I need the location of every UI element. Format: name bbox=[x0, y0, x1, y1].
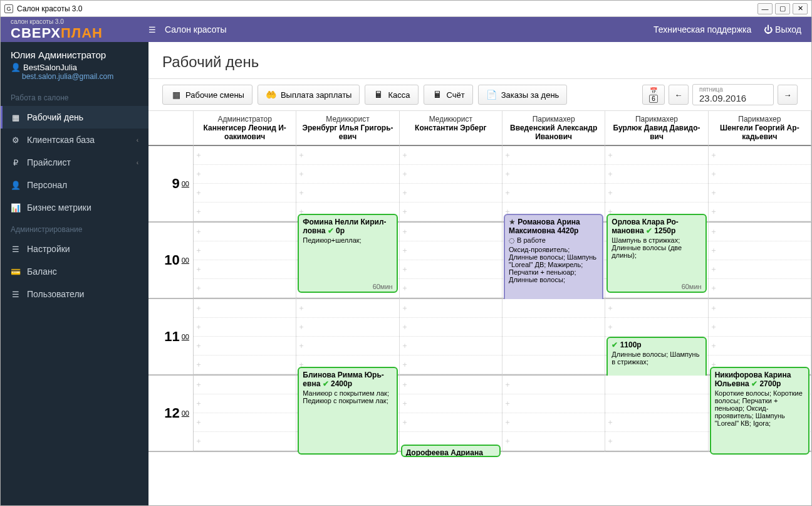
cell-9-4[interactable]: ＋＋＋＋ bbox=[605, 146, 708, 223]
cell-10-3[interactable]: ★ Романова Арина Максимовна 4420р ◌ В ра… bbox=[502, 223, 605, 299]
add-slot-icon[interactable]: ＋ bbox=[401, 187, 409, 198]
add-slot-icon[interactable]: ＋ bbox=[401, 206, 409, 217]
add-slot-icon[interactable]: ＋ bbox=[606, 436, 614, 446]
nav-pricelist[interactable]: ₽ Прайслист ‹ bbox=[1, 151, 148, 174]
add-slot-icon[interactable]: ＋ bbox=[710, 206, 717, 217]
menu-toggle-icon[interactable]: ☰ bbox=[148, 25, 156, 34]
add-slot-icon[interactable]: ＋ bbox=[401, 359, 409, 370]
add-slot-icon[interactable]: ＋ bbox=[710, 187, 717, 198]
nav-staff[interactable]: 👤 Персонал bbox=[1, 174, 148, 196]
add-slot-icon[interactable]: ＋ bbox=[504, 169, 511, 179]
add-slot-icon[interactable]: ＋ bbox=[401, 379, 409, 390]
cell-9-5[interactable]: ＋＋＋＋ bbox=[709, 146, 811, 223]
add-slot-icon[interactable]: ＋ bbox=[504, 150, 511, 161]
add-slot-icon[interactable]: ＋ bbox=[401, 283, 409, 293]
cell-10-1[interactable]: Фомина Нелли Кирил­ловна ✔ 0р Педикюр+ше… bbox=[296, 223, 399, 299]
cell-11-2[interactable]: ＋＋＋＋ bbox=[400, 299, 502, 376]
nav-metrics[interactable]: 📊 Бизнес метрики bbox=[1, 196, 148, 219]
add-slot-icon[interactable]: ＋ bbox=[298, 187, 305, 198]
add-slot-icon[interactable]: ＋ bbox=[195, 264, 202, 275]
add-slot-icon[interactable]: ＋ bbox=[401, 398, 409, 409]
add-slot-icon[interactable]: ＋ bbox=[710, 264, 717, 275]
add-slot-icon[interactable]: ＋ bbox=[195, 322, 202, 332]
add-slot-icon[interactable]: ＋ bbox=[195, 187, 202, 198]
add-slot-icon[interactable]: ＋ bbox=[504, 379, 511, 390]
cell-12-0[interactable]: ＋＋＋＋ bbox=[194, 376, 296, 452]
add-slot-icon[interactable]: ＋ bbox=[401, 264, 409, 275]
exit-link[interactable]: ⏻ Выход bbox=[764, 24, 801, 34]
add-slot-icon[interactable]: ＋ bbox=[195, 417, 202, 428]
add-slot-icon[interactable]: ＋ bbox=[504, 436, 511, 446]
cell-10-2[interactable]: ＋＋＋＋ bbox=[400, 223, 502, 299]
add-slot-icon[interactable]: ＋ bbox=[298, 303, 305, 314]
add-slot-icon[interactable]: ＋ bbox=[710, 303, 717, 314]
cell-12-4[interactable]: ＋＋ bbox=[605, 376, 708, 452]
close-button[interactable]: ✕ bbox=[793, 3, 808, 14]
add-slot-icon[interactable]: ＋ bbox=[195, 359, 202, 370]
add-slot-icon[interactable]: ＋ bbox=[710, 322, 717, 332]
add-slot-icon[interactable]: ＋ bbox=[401, 245, 409, 256]
schedule-scroll[interactable]: АдминистраторКаннегисер Леонид И­оакимов… bbox=[148, 111, 811, 505]
cell-9-1[interactable]: ＋＋＋＋ bbox=[296, 146, 399, 223]
maximize-button[interactable]: ▢ bbox=[775, 3, 790, 14]
next-day-button[interactable]: → bbox=[778, 85, 798, 105]
cell-11-0[interactable]: ＋＋＋＋ bbox=[194, 299, 296, 376]
add-slot-icon[interactable]: ＋ bbox=[401, 226, 409, 237]
cell-10-0[interactable]: ＋＋＋＋ bbox=[194, 223, 296, 299]
cell-10-4[interactable]: Орлова Клара Ро­мановна ✔ 1250р Шампунь … bbox=[605, 223, 708, 299]
nav-clients[interactable]: ⚙ Клиентская база ‹ bbox=[1, 129, 148, 151]
nav-settings[interactable]: ☰ Настройки bbox=[1, 238, 148, 260]
add-slot-icon[interactable]: ＋ bbox=[298, 169, 305, 179]
appointment-card[interactable]: Фомина Нелли Кирил­ловна ✔ 0р Педикюр+ше… bbox=[298, 214, 397, 293]
calendar-button[interactable]: 📅 6 bbox=[642, 85, 665, 105]
nav-workday[interactable]: ▦ Рабочий день bbox=[1, 106, 148, 129]
appointment-card[interactable]: Никифорова Карина Юльевна ✔ 2700р Коротк… bbox=[710, 367, 809, 455]
add-slot-icon[interactable]: ＋ bbox=[401, 322, 409, 332]
add-slot-icon[interactable]: ＋ bbox=[606, 417, 614, 428]
user-email[interactable]: best.salon.julia@gmail.com bbox=[11, 72, 138, 81]
add-slot-icon[interactable]: ＋ bbox=[710, 245, 717, 256]
add-slot-icon[interactable]: ＋ bbox=[195, 226, 202, 237]
add-slot-icon[interactable]: ＋ bbox=[401, 417, 409, 428]
add-slot-icon[interactable]: ＋ bbox=[195, 436, 202, 446]
cell-12-3[interactable]: ＋＋＋＋ bbox=[502, 376, 605, 452]
add-slot-icon[interactable]: ＋ bbox=[401, 303, 409, 314]
date-display[interactable]: пятница 23.09.2016 bbox=[692, 84, 774, 105]
shifts-button[interactable]: ▦ Рабочие смены bbox=[162, 85, 252, 105]
cell-11-5[interactable]: ＋＋＋＋ bbox=[709, 299, 811, 376]
add-slot-icon[interactable]: ＋ bbox=[710, 169, 717, 179]
cell-11-4[interactable]: ＋＋ ✔ 1100р Длинные волосы; Шам­пунь в ст… bbox=[605, 299, 708, 376]
add-slot-icon[interactable]: ＋ bbox=[606, 187, 614, 198]
cell-11-3[interactable] bbox=[502, 299, 605, 376]
add-slot-icon[interactable]: ＋ bbox=[195, 245, 202, 256]
minimize-button[interactable]: — bbox=[757, 3, 773, 14]
add-slot-icon[interactable]: ＋ bbox=[504, 398, 511, 409]
cell-10-5[interactable]: ＋＋＋＋ bbox=[709, 223, 811, 299]
add-slot-icon[interactable]: ＋ bbox=[606, 322, 614, 332]
add-slot-icon[interactable]: ＋ bbox=[710, 226, 717, 237]
add-slot-icon[interactable]: ＋ bbox=[606, 150, 614, 161]
add-slot-icon[interactable]: ＋ bbox=[298, 322, 305, 332]
add-slot-icon[interactable]: ＋ bbox=[710, 283, 717, 293]
add-slot-icon[interactable]: ＋ bbox=[298, 340, 305, 351]
cell-9-0[interactable]: ＋＋＋＋ bbox=[194, 146, 296, 223]
add-slot-icon[interactable]: ＋ bbox=[195, 206, 202, 217]
add-slot-icon[interactable]: ＋ bbox=[504, 417, 511, 428]
cell-12-5[interactable]: Никифорова Карина Юльевна ✔ 2700р Коротк… bbox=[709, 376, 811, 452]
invoice-button[interactable]: 🖩 Счёт bbox=[424, 85, 473, 105]
add-slot-icon[interactable]: ＋ bbox=[710, 150, 717, 161]
add-slot-icon[interactable]: ＋ bbox=[195, 379, 202, 390]
add-slot-icon[interactable]: ＋ bbox=[195, 283, 202, 293]
add-slot-icon[interactable]: ＋ bbox=[298, 150, 305, 161]
cell-11-1[interactable]: ＋＋＋＋ bbox=[296, 299, 399, 376]
add-slot-icon[interactable]: ＋ bbox=[606, 303, 614, 314]
nav-balance[interactable]: 💳 Баланс bbox=[1, 260, 148, 283]
cell-12-1[interactable]: Блинова Римма Юрь­евна ✔ 2400р Маникюр с… bbox=[296, 376, 399, 452]
add-slot-icon[interactable]: ＋ bbox=[606, 169, 614, 179]
add-slot-icon[interactable]: ＋ bbox=[401, 340, 409, 351]
add-slot-icon[interactable]: ＋ bbox=[195, 169, 202, 179]
add-slot-icon[interactable]: ＋ bbox=[195, 150, 202, 161]
add-slot-icon[interactable]: ＋ bbox=[504, 187, 511, 198]
nav-users[interactable]: ☰ Пользователи bbox=[1, 283, 148, 305]
appointment-card[interactable]: Блинова Римма Юрь­евна ✔ 2400р Маникюр с… bbox=[298, 367, 397, 455]
